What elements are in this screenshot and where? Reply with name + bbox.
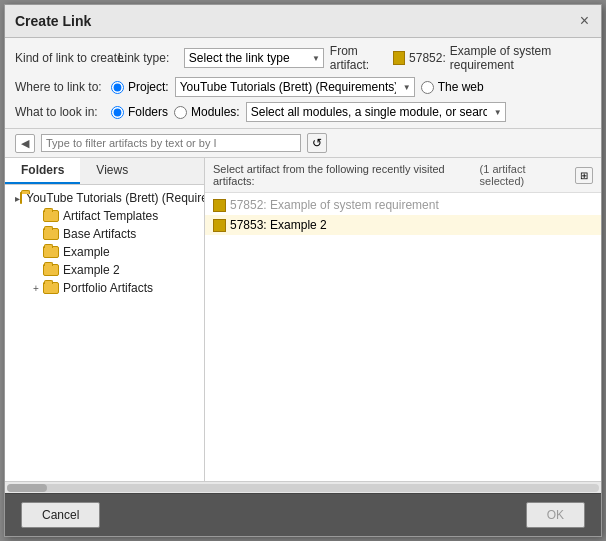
from-artifact-text: Example of system requirement: [450, 44, 591, 72]
artifact-count: (1 artifact selected): [480, 163, 569, 187]
tab-folders[interactable]: Folders: [5, 158, 80, 184]
scrollbar-thumb: [7, 484, 47, 492]
link-type-label: Link type:: [118, 51, 178, 65]
tree-label-root: YouTube Tutorials (Brett) (Requirem: [26, 191, 204, 205]
folder-icon-example: [43, 246, 59, 258]
where-row: Where to link to: Project: YouTube Tutor…: [15, 77, 591, 97]
modules-select[interactable]: Select all modules, a single module, or …: [246, 102, 506, 122]
dialog-body: Kind of link to create: Link type: Selec…: [5, 38, 601, 493]
toolbar-row: ◀ ↺: [5, 129, 601, 158]
from-artifact-label: From artifact: 57852: Example of system …: [330, 44, 591, 72]
folders-radio-label[interactable]: Folders: [128, 105, 168, 119]
dialog-footer: Cancel OK: [5, 493, 601, 536]
project-radio[interactable]: [111, 81, 124, 94]
tree-label-art-templates: Artifact Templates: [63, 209, 158, 223]
artifact-item-57852[interactable]: 57852: Example of system requirement: [205, 195, 601, 215]
look-in-row: What to look in: Folders Modules: Select…: [15, 102, 591, 122]
tab-views[interactable]: Views: [80, 158, 144, 184]
folders-radio-group: Folders: [111, 105, 168, 119]
tree-label-base-artifacts: Base Artifacts: [63, 227, 136, 241]
project-select-wrapper: YouTube Tutorials (Brett) (Requirements): [175, 77, 415, 97]
right-panel: Select artifact from the following recen…: [205, 158, 601, 481]
web-radio[interactable]: [421, 81, 434, 94]
expand-icon-portfolio: +: [29, 283, 43, 294]
project-select[interactable]: YouTube Tutorials (Brett) (Requirements): [175, 77, 415, 97]
artifact-id-57853: 57853: Example 2: [230, 218, 327, 232]
tree-item-example[interactable]: Example: [27, 243, 200, 261]
artifact-header-text: Select artifact from the following recen…: [213, 163, 480, 187]
refresh-button[interactable]: ↺: [307, 133, 327, 153]
form-section: Kind of link to create: Link type: Selec…: [5, 38, 601, 129]
folder-icon-root: [20, 192, 22, 204]
dialog-title: Create Link: [15, 13, 91, 29]
link-type-select[interactable]: Select the link type: [184, 48, 324, 68]
tree-label-example: Example: [63, 245, 110, 259]
tree-item-art-templates[interactable]: Artifact Templates: [27, 207, 200, 225]
tree-item-portfolio[interactable]: + Portfolio Artifacts: [27, 279, 200, 297]
folder-icon-art-templates: [43, 210, 59, 222]
folders-radio[interactable]: [111, 106, 124, 119]
artifact-list: 57852: Example of system requirement 578…: [205, 193, 601, 481]
look-in-label: What to look in:: [15, 105, 105, 119]
content-area: Folders Views ▸ YouTube Tutorials (Brett…: [5, 158, 601, 481]
modules-radio-label[interactable]: Modules:: [191, 105, 240, 119]
project-radio-group: Project:: [111, 80, 169, 94]
artifact-icon-57853: [213, 219, 226, 232]
modules-radio-group: Modules:: [174, 105, 240, 119]
export-button[interactable]: ⊞: [575, 167, 593, 184]
tabs-row: Folders Views: [5, 158, 204, 185]
from-artifact-id: 57852:: [409, 51, 446, 65]
folder-icon-base-artifacts: [43, 228, 59, 240]
folder-icon-example2: [43, 264, 59, 276]
close-button[interactable]: ×: [578, 13, 591, 29]
back-button[interactable]: ◀: [15, 134, 35, 153]
project-radio-label[interactable]: Project:: [128, 80, 169, 94]
tree-item-root[interactable]: ▸ YouTube Tutorials (Brett) (Requirem: [13, 189, 200, 207]
artifact-icon-57852: [213, 199, 226, 212]
scrollbar-track: [7, 484, 599, 492]
horizontal-scrollbar[interactable]: [5, 481, 601, 493]
folder-icon-portfolio: [43, 282, 59, 294]
kind-label: Kind of link to create:: [15, 51, 112, 65]
ok-button[interactable]: OK: [526, 502, 585, 528]
modules-select-wrapper: Select all modules, a single module, or …: [246, 102, 506, 122]
web-radio-group: The web: [421, 80, 484, 94]
artifact-icon: [393, 51, 405, 65]
artifact-item-57853[interactable]: 57853: Example 2: [205, 215, 601, 235]
kind-row: Kind of link to create: Link type: Selec…: [15, 44, 591, 72]
dialog-header: Create Link ×: [5, 5, 601, 38]
artifact-id-57852: 57852: Example of system requirement: [230, 198, 439, 212]
tree-item-example2[interactable]: Example 2: [27, 261, 200, 279]
artifact-header: Select artifact from the following recen…: [205, 158, 601, 193]
tree-item-base-artifacts[interactable]: Base Artifacts: [27, 225, 200, 243]
web-radio-label[interactable]: The web: [438, 80, 484, 94]
left-panel: Folders Views ▸ YouTube Tutorials (Brett…: [5, 158, 205, 481]
cancel-button[interactable]: Cancel: [21, 502, 100, 528]
filter-input[interactable]: [41, 134, 301, 152]
link-type-wrapper: Select the link type: [184, 48, 324, 68]
create-link-dialog: Create Link × Kind of link to create: Li…: [4, 4, 602, 537]
tree-label-portfolio: Portfolio Artifacts: [63, 281, 153, 295]
modules-radio[interactable]: [174, 106, 187, 119]
tree-area: ▸ YouTube Tutorials (Brett) (Requirem Ar…: [5, 185, 204, 481]
where-label: Where to link to:: [15, 80, 105, 94]
tree-label-example2: Example 2: [63, 263, 120, 277]
